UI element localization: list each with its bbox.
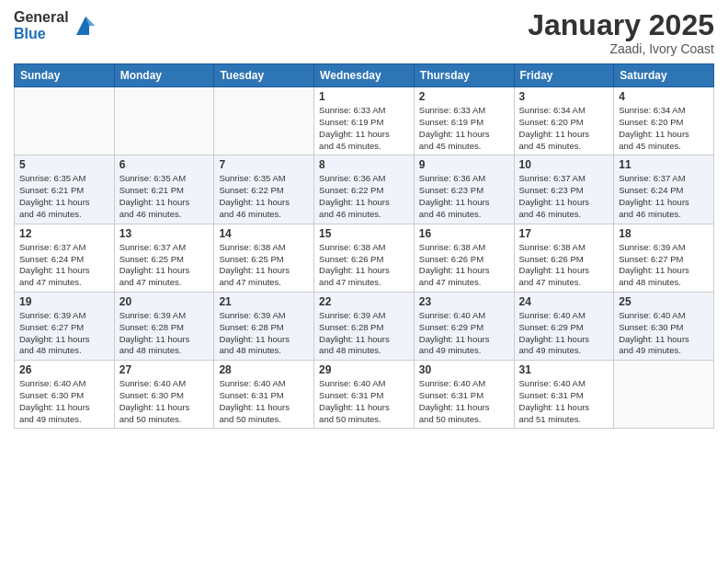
location: Zaadi, Ivory Coast: [528, 41, 714, 56]
calendar-cell: 22Sunrise: 6:39 AM Sunset: 6:28 PM Dayli…: [314, 292, 415, 360]
day-number: 27: [119, 363, 210, 376]
col-header-monday: Monday: [114, 64, 214, 87]
calendar-cell: 1Sunrise: 6:33 AM Sunset: 6:19 PM Daylig…: [314, 87, 415, 155]
day-number: 20: [119, 295, 210, 308]
day-info: Sunrise: 6:33 AM Sunset: 6:19 PM Dayligh…: [419, 105, 509, 152]
col-header-friday: Friday: [514, 64, 614, 87]
day-number: 24: [519, 295, 609, 308]
day-info: Sunrise: 6:40 AM Sunset: 6:31 PM Dayligh…: [419, 378, 509, 425]
day-number: 31: [519, 363, 609, 376]
calendar-cell: 6Sunrise: 6:35 AM Sunset: 6:21 PM Daylig…: [114, 155, 214, 224]
calendar-cell: 5Sunrise: 6:35 AM Sunset: 6:21 PM Daylig…: [15, 155, 115, 224]
calendar-week-2: 5Sunrise: 6:35 AM Sunset: 6:21 PM Daylig…: [15, 155, 714, 224]
calendar-cell: 19Sunrise: 6:39 AM Sunset: 6:27 PM Dayli…: [15, 292, 115, 360]
calendar-cell: 26Sunrise: 6:40 AM Sunset: 6:30 PM Dayli…: [15, 361, 115, 429]
calendar-cell: 24Sunrise: 6:40 AM Sunset: 6:29 PM Dayli…: [514, 292, 614, 360]
calendar-cell: 3Sunrise: 6:34 AM Sunset: 6:20 PM Daylig…: [514, 87, 614, 155]
day-info: Sunrise: 6:35 AM Sunset: 6:22 PM Dayligh…: [219, 173, 309, 220]
day-number: 1: [319, 90, 409, 103]
calendar-week-3: 12Sunrise: 6:37 AM Sunset: 6:24 PM Dayli…: [15, 224, 714, 292]
day-info: Sunrise: 6:40 AM Sunset: 6:30 PM Dayligh…: [119, 378, 210, 425]
day-info: Sunrise: 6:37 AM Sunset: 6:25 PM Dayligh…: [119, 242, 210, 289]
day-number: 22: [319, 295, 409, 308]
day-number: 6: [119, 158, 210, 171]
day-info: Sunrise: 6:38 AM Sunset: 6:26 PM Dayligh…: [519, 242, 609, 289]
day-info: Sunrise: 6:36 AM Sunset: 6:23 PM Dayligh…: [419, 173, 509, 220]
calendar-cell: 29Sunrise: 6:40 AM Sunset: 6:31 PM Dayli…: [314, 361, 415, 429]
calendar-week-4: 19Sunrise: 6:39 AM Sunset: 6:27 PM Dayli…: [15, 292, 714, 360]
logo-icon: [73, 13, 98, 39]
day-info: Sunrise: 6:38 AM Sunset: 6:26 PM Dayligh…: [319, 242, 409, 289]
day-number: 11: [619, 158, 709, 171]
day-info: Sunrise: 6:40 AM Sunset: 6:29 PM Dayligh…: [419, 310, 509, 357]
days-header-row: SundayMondayTuesdayWednesdayThursdayFrid…: [15, 64, 714, 87]
calendar-cell: 9Sunrise: 6:36 AM Sunset: 6:23 PM Daylig…: [414, 155, 514, 224]
calendar-cell: 21Sunrise: 6:39 AM Sunset: 6:28 PM Dayli…: [214, 292, 314, 360]
day-number: 3: [519, 90, 609, 103]
day-info: Sunrise: 6:40 AM Sunset: 6:29 PM Dayligh…: [519, 310, 609, 357]
day-info: Sunrise: 6:40 AM Sunset: 6:31 PM Dayligh…: [219, 378, 309, 425]
calendar-cell: 7Sunrise: 6:35 AM Sunset: 6:22 PM Daylig…: [214, 155, 314, 224]
calendar-cell: 20Sunrise: 6:39 AM Sunset: 6:28 PM Dayli…: [114, 292, 214, 360]
day-number: 18: [619, 227, 709, 240]
calendar-week-1: 1Sunrise: 6:33 AM Sunset: 6:19 PM Daylig…: [15, 87, 714, 155]
logo: General Blue: [14, 9, 98, 41]
day-info: Sunrise: 6:34 AM Sunset: 6:20 PM Dayligh…: [619, 105, 709, 152]
calendar-cell: 4Sunrise: 6:34 AM Sunset: 6:20 PM Daylig…: [614, 87, 714, 155]
day-number: 9: [419, 158, 509, 171]
day-info: Sunrise: 6:40 AM Sunset: 6:30 PM Dayligh…: [19, 378, 109, 425]
calendar-cell: [214, 87, 314, 155]
day-info: Sunrise: 6:33 AM Sunset: 6:19 PM Dayligh…: [319, 105, 409, 152]
calendar-week-5: 26Sunrise: 6:40 AM Sunset: 6:30 PM Dayli…: [15, 361, 714, 429]
day-info: Sunrise: 6:37 AM Sunset: 6:24 PM Dayligh…: [619, 173, 709, 220]
day-info: Sunrise: 6:39 AM Sunset: 6:28 PM Dayligh…: [119, 310, 210, 357]
day-info: Sunrise: 6:37 AM Sunset: 6:23 PM Dayligh…: [519, 173, 609, 220]
calendar-cell: 27Sunrise: 6:40 AM Sunset: 6:30 PM Dayli…: [114, 361, 214, 429]
calendar-cell: 30Sunrise: 6:40 AM Sunset: 6:31 PM Dayli…: [414, 361, 514, 429]
calendar-cell: 14Sunrise: 6:38 AM Sunset: 6:25 PM Dayli…: [214, 224, 314, 292]
day-info: Sunrise: 6:36 AM Sunset: 6:22 PM Dayligh…: [319, 173, 409, 220]
page: General Blue January 2025 Zaadi, Ivory C…: [0, 0, 728, 563]
day-info: Sunrise: 6:35 AM Sunset: 6:21 PM Dayligh…: [119, 173, 210, 220]
calendar-cell: 25Sunrise: 6:40 AM Sunset: 6:30 PM Dayli…: [614, 292, 714, 360]
calendar-table: SundayMondayTuesdayWednesdayThursdayFrid…: [14, 63, 714, 429]
title-block: January 2025 Zaadi, Ivory Coast: [528, 9, 714, 56]
col-header-saturday: Saturday: [614, 64, 714, 87]
calendar-cell: [15, 87, 115, 155]
day-info: Sunrise: 6:35 AM Sunset: 6:21 PM Dayligh…: [19, 173, 109, 220]
day-number: 12: [19, 227, 109, 240]
calendar-cell: [614, 361, 714, 429]
day-info: Sunrise: 6:37 AM Sunset: 6:24 PM Dayligh…: [19, 242, 109, 289]
day-number: 17: [519, 227, 609, 240]
calendar-cell: 10Sunrise: 6:37 AM Sunset: 6:23 PM Dayli…: [514, 155, 614, 224]
day-number: 2: [419, 90, 509, 103]
day-number: 7: [219, 158, 309, 171]
col-header-wednesday: Wednesday: [314, 64, 415, 87]
day-info: Sunrise: 6:40 AM Sunset: 6:31 PM Dayligh…: [519, 378, 609, 425]
calendar-cell: [114, 87, 214, 155]
calendar-cell: 2Sunrise: 6:33 AM Sunset: 6:19 PM Daylig…: [414, 87, 514, 155]
calendar-cell: 28Sunrise: 6:40 AM Sunset: 6:31 PM Dayli…: [214, 361, 314, 429]
day-number: 29: [319, 363, 409, 376]
day-info: Sunrise: 6:40 AM Sunset: 6:31 PM Dayligh…: [319, 378, 409, 425]
month-title: January 2025: [528, 9, 714, 41]
day-number: 4: [619, 90, 709, 103]
calendar-cell: 11Sunrise: 6:37 AM Sunset: 6:24 PM Dayli…: [614, 155, 714, 224]
day-number: 16: [419, 227, 509, 240]
day-info: Sunrise: 6:39 AM Sunset: 6:27 PM Dayligh…: [19, 310, 109, 357]
day-number: 25: [619, 295, 709, 308]
day-number: 26: [19, 363, 109, 376]
day-number: 28: [219, 363, 309, 376]
calendar-cell: 17Sunrise: 6:38 AM Sunset: 6:26 PM Dayli…: [514, 224, 614, 292]
calendar-cell: 23Sunrise: 6:40 AM Sunset: 6:29 PM Dayli…: [414, 292, 514, 360]
calendar-cell: 15Sunrise: 6:38 AM Sunset: 6:26 PM Dayli…: [314, 224, 415, 292]
day-info: Sunrise: 6:40 AM Sunset: 6:30 PM Dayligh…: [619, 310, 709, 357]
day-info: Sunrise: 6:39 AM Sunset: 6:28 PM Dayligh…: [219, 310, 309, 357]
day-info: Sunrise: 6:34 AM Sunset: 6:20 PM Dayligh…: [519, 105, 609, 152]
day-info: Sunrise: 6:39 AM Sunset: 6:28 PM Dayligh…: [319, 310, 409, 357]
day-number: 5: [19, 158, 109, 171]
logo-text: General Blue: [14, 9, 69, 41]
calendar-cell: 18Sunrise: 6:39 AM Sunset: 6:27 PM Dayli…: [614, 224, 714, 292]
logo-general: General: [14, 9, 69, 26]
calendar-cell: 16Sunrise: 6:38 AM Sunset: 6:26 PM Dayli…: [414, 224, 514, 292]
